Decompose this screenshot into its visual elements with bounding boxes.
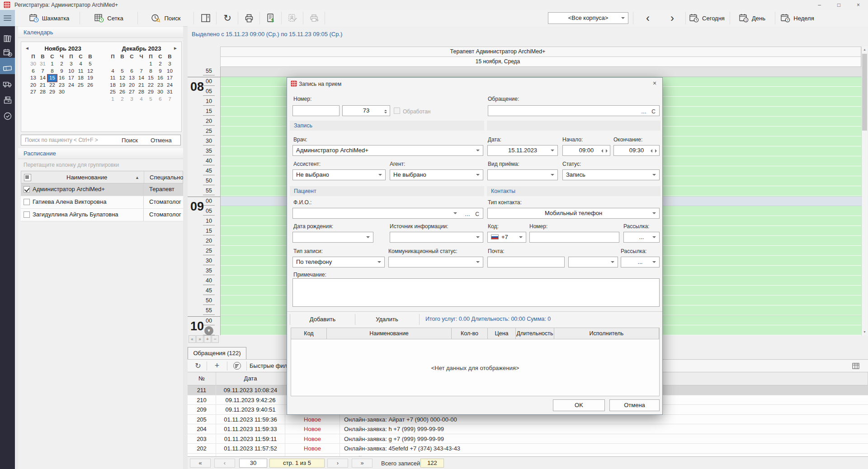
- patient-card-button[interactable]: [282, 10, 303, 26]
- calendar-day[interactable]: 28: [137, 89, 146, 96]
- calendar-day[interactable]: 25: [76, 82, 85, 89]
- processed-checkbox[interactable]: [394, 108, 400, 114]
- calendar-day[interactable]: 7: [165, 96, 175, 103]
- end-time-input[interactable]: 09:30: [613, 145, 660, 156]
- calendar-day[interactable]: 1: [47, 61, 57, 68]
- calendar-day[interactable]: 10: [66, 68, 76, 75]
- fio-create-button[interactable]: С: [475, 209, 479, 219]
- agent-select[interactable]: Не выбрано: [390, 169, 483, 180]
- resource-checkbox[interactable]: [24, 186, 30, 192]
- sidebar-item-cashier[interactable]: [0, 93, 15, 107]
- doctor-select[interactable]: Администратор ArchiMed+: [292, 145, 483, 156]
- services-column-header[interactable]: Цена: [488, 328, 516, 339]
- calendar-day[interactable]: 27: [127, 89, 137, 96]
- calendar-day[interactable]: 7: [38, 68, 47, 75]
- prev-day-button[interactable]: ‹: [637, 10, 659, 26]
- case-input[interactable]: … С: [488, 105, 660, 116]
- calendar-day[interactable]: 23: [156, 82, 165, 89]
- resource-table-header[interactable]: Наименование ▲ Специальность: [21, 171, 183, 183]
- resource-checkbox[interactable]: [24, 199, 30, 205]
- time-arrows-icon[interactable]: [601, 149, 608, 153]
- calendar-day[interactable]: 30: [57, 89, 66, 96]
- calendar-day[interactable]: 5: [118, 68, 127, 75]
- calendar-day[interactable]: 17: [66, 75, 76, 82]
- patient-search-cancel-button[interactable]: Отмена: [151, 137, 172, 144]
- calendar-day[interactable]: 30: [156, 89, 165, 96]
- menu-button[interactable]: [0, 10, 15, 26]
- calendar-day[interactable]: 16: [156, 75, 165, 82]
- day-view-button[interactable]: 1 День: [731, 10, 773, 26]
- calendar-day[interactable]: 4: [108, 68, 118, 75]
- tab-requests[interactable]: Обращения (122): [188, 347, 246, 359]
- calendar-day[interactable]: 21: [38, 82, 47, 89]
- calendar-day[interactable]: 2: [156, 61, 165, 68]
- services-column-header[interactable]: Кол-во: [452, 328, 488, 339]
- pager-first-button[interactable]: «: [190, 459, 211, 468]
- assistant-select[interactable]: Не выбрано: [292, 169, 386, 180]
- resource-row[interactable]: Загидуллина Айгуль БулатовнаСтоматолог: [21, 209, 183, 221]
- calendar-day[interactable]: 24: [66, 82, 76, 89]
- next-day-button[interactable]: ›: [661, 10, 684, 26]
- calendar-day[interactable]: 19: [85, 75, 95, 82]
- calendar-day[interactable]: 18: [76, 75, 85, 82]
- pager-last-button[interactable]: »: [352, 459, 373, 468]
- refresh-button[interactable]: ↻: [217, 10, 238, 26]
- schedule-vertical-scrollbar[interactable]: ▲ ▼: [861, 47, 868, 335]
- calendar-day[interactable]: 8: [146, 68, 156, 75]
- fio-combo[interactable]: … С: [292, 208, 483, 219]
- requests-add-button[interactable]: +: [210, 360, 224, 372]
- calendar-day[interactable]: 14: [38, 75, 47, 82]
- sidebar-item-schedule[interactable]: [0, 46, 15, 59]
- today-button[interactable]: Сегодня: [686, 10, 728, 26]
- scroll-down-arrow-icon[interactable]: ▼: [862, 329, 868, 335]
- calendar-day[interactable]: 18: [108, 82, 118, 89]
- visit-type-select[interactable]: [487, 169, 558, 180]
- dialog-close-button[interactable]: ×: [651, 80, 658, 88]
- services-column-header[interactable]: Исполнитель: [554, 328, 659, 339]
- services-column-header[interactable]: Длительность: [516, 328, 554, 339]
- time-slot[interactable]: [221, 67, 862, 77]
- resource-row[interactable]: Гатиева Алена ВикторовнаСтоматолог: [21, 196, 183, 209]
- calendar-day[interactable]: 24: [165, 82, 175, 89]
- calendar-day[interactable]: 15: [47, 75, 57, 82]
- request-row[interactable]: 20501.11.2023 11:59:36НовоеОнлайн-заявка…: [188, 415, 868, 425]
- ok-button[interactable]: OK: [553, 399, 605, 411]
- spinner-arrows-icon[interactable]: [383, 108, 388, 116]
- sidebar-item-ambulance[interactable]: [0, 77, 15, 90]
- calendar-day[interactable]: 20: [28, 82, 38, 89]
- calendar-day[interactable]: 10: [165, 68, 175, 75]
- calendar-day[interactable]: 31: [165, 89, 175, 96]
- calendar-day[interactable]: 3: [165, 61, 175, 68]
- calendar-day[interactable]: 16: [57, 75, 66, 82]
- pager-next-button[interactable]: ›: [327, 459, 348, 468]
- scrollbar-thumb[interactable]: [862, 54, 867, 131]
- delete-service-button[interactable]: Удалить: [355, 314, 420, 325]
- calendar-day[interactable]: 29: [146, 89, 156, 96]
- contact-type-select[interactable]: Мобильный телефон: [487, 208, 660, 219]
- doctor-column-header[interactable]: Терапевт Администратор ArchiMed+: [220, 47, 861, 57]
- maximize-button[interactable]: □: [829, 0, 849, 10]
- calendar-day[interactable]: 12: [85, 68, 95, 75]
- calendar-day[interactable]: 5: [85, 61, 95, 68]
- calendar-day[interactable]: 2: [57, 61, 66, 68]
- print-export-button[interactable]: [304, 10, 325, 26]
- case-browse-button[interactable]: …: [641, 107, 646, 117]
- calendar-day[interactable]: 26: [85, 82, 95, 89]
- schedule-last-button[interactable]: »: [196, 335, 203, 343]
- mailing2-select[interactable]: ...: [621, 257, 660, 267]
- requests-filter-button[interactable]: [230, 360, 244, 372]
- patient-search-go-button[interactable]: Поиск: [122, 137, 138, 144]
- calendar-day[interactable]: 13: [28, 75, 38, 82]
- select-all-checkbox[interactable]: [24, 174, 31, 181]
- calendar-day[interactable]: 17: [165, 75, 175, 82]
- calendar-day[interactable]: 23: [57, 82, 66, 89]
- calendar-day[interactable]: 29: [47, 89, 57, 96]
- request-row[interactable]: 20301.11.2023 11:59:11НовоеОнлайн-заявка…: [188, 434, 868, 444]
- calendar-day[interactable]: 15: [146, 75, 156, 82]
- calendar-day[interactable]: 21: [137, 82, 146, 89]
- close-button[interactable]: ×: [849, 0, 868, 10]
- schedule-zoom-in-button[interactable]: +: [204, 335, 211, 343]
- time-arrows-icon[interactable]: [651, 149, 657, 153]
- calendar-day[interactable]: 27: [28, 89, 38, 96]
- calendar-day[interactable]: 5: [146, 96, 156, 103]
